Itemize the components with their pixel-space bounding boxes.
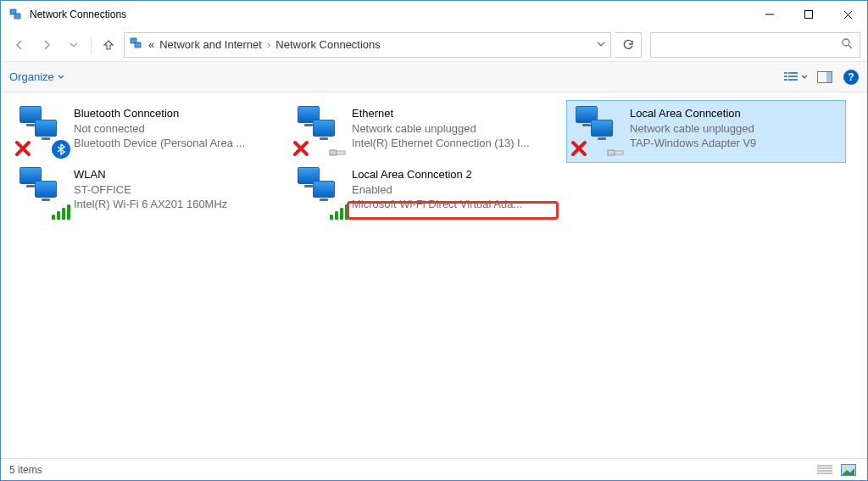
help-button[interactable]: ?	[843, 70, 859, 85]
adapter-icon	[294, 104, 345, 155]
svg-rect-15	[788, 79, 798, 81]
close-button[interactable]	[828, 1, 867, 28]
titlebar: Network Connections	[1, 1, 867, 28]
recent-dropdown[interactable]	[62, 33, 86, 57]
search-box[interactable]	[650, 32, 860, 58]
bluetooth-icon	[52, 140, 69, 157]
organize-menu[interactable]: Organize	[9, 70, 64, 83]
content-area: Bluetooth ConncetionNot connectedBluetoo…	[1, 92, 867, 458]
command-bar: Organize ?	[1, 62, 867, 92]
svg-point-33	[843, 467, 847, 470]
svg-point-8	[843, 39, 849, 46]
view-options-button[interactable]	[784, 67, 808, 87]
svg-rect-17	[826, 72, 832, 82]
adapter-icon	[572, 104, 623, 155]
svg-rect-22	[330, 150, 337, 155]
adapter-icon	[16, 104, 67, 155]
preview-pane-button[interactable]	[813, 67, 837, 87]
svg-rect-10	[784, 72, 787, 74]
connection-device: Microsoft Wi-Fi Direct Virtual Ada...	[352, 197, 555, 212]
wifi-signal-icon	[52, 201, 69, 218]
chevron-right-icon[interactable]: ›	[267, 38, 270, 51]
adapter-icon	[294, 165, 345, 216]
connection-name: Local Area Conncetion 2	[352, 167, 555, 182]
status-bar: 5 items	[1, 458, 867, 480]
svg-rect-3	[805, 11, 813, 19]
svg-rect-14	[784, 79, 787, 81]
svg-rect-23	[337, 151, 345, 154]
connection-device: TAP-Windows Adapter V9	[630, 136, 833, 151]
icons-view-button[interactable]	[838, 461, 859, 478]
connection-device: Intel(R) Wi-Fi 6 AX201 160MHz	[74, 197, 277, 212]
connection-item[interactable]: EthernetNetwork cable unpluggedIntel(R) …	[289, 101, 567, 162]
maximize-button[interactable]	[789, 1, 828, 28]
breadcrumb-prefix: «	[148, 38, 154, 51]
connection-name: Local Area Conncetion	[630, 106, 833, 121]
svg-rect-27	[615, 151, 623, 154]
connection-status: ST-OFFICE	[74, 182, 277, 198]
forward-button[interactable]	[35, 33, 58, 57]
connection-status: Not connected	[74, 121, 277, 137]
chevron-down-icon	[801, 74, 808, 81]
window-title: Network Connections	[30, 8, 126, 20]
window-icon	[9, 8, 23, 21]
minimize-button[interactable]	[750, 1, 789, 28]
item-count: 5 items	[9, 464, 42, 476]
adapter-icon	[16, 165, 67, 216]
back-button[interactable]	[8, 33, 31, 57]
svg-rect-7	[135, 42, 141, 48]
connection-status: Network cable unplugged	[630, 121, 833, 137]
up-button[interactable]	[97, 33, 120, 57]
refresh-button[interactable]	[615, 32, 642, 58]
breadcrumb-part-1[interactable]: Network and Internet	[159, 38, 262, 51]
connection-device: Intel(R) Ethernet Connection (13) I...	[352, 136, 555, 151]
connection-item[interactable]: Local Area Conncetion 2EnabledMicrosoft …	[289, 162, 567, 223]
svg-rect-1	[14, 14, 20, 19]
wifi-signal-icon	[330, 201, 347, 218]
connection-item[interactable]: WLANST-OFFICEIntel(R) Wi-Fi 6 AX201 160M…	[11, 162, 289, 223]
cable-icon	[330, 140, 347, 157]
organize-label: Organize	[9, 70, 54, 83]
connection-item[interactable]: Local Area ConncetionNetwork cable unplu…	[567, 101, 845, 162]
connection-item[interactable]: Bluetooth ConncetionNot connectedBluetoo…	[11, 101, 289, 162]
connection-name: Ethernet	[352, 106, 555, 121]
connection-name: WLAN	[74, 167, 277, 182]
chevron-down-icon	[58, 74, 64, 81]
error-x-icon	[570, 140, 587, 157]
error-x-icon	[292, 140, 309, 157]
svg-rect-13	[788, 76, 798, 77]
navbar: « Network and Internet › Network Connect…	[1, 28, 867, 62]
address-dropdown-icon[interactable]	[597, 38, 605, 51]
svg-rect-26	[608, 150, 615, 155]
svg-line-9	[849, 45, 852, 48]
address-bar[interactable]: « Network and Internet › Network Connect…	[124, 32, 611, 58]
connection-status: Network cable unplugged	[352, 121, 555, 137]
cable-icon	[608, 140, 625, 157]
svg-rect-11	[788, 72, 798, 74]
error-x-icon	[14, 140, 31, 157]
breadcrumb-part-2[interactable]: Network Connections	[275, 38, 381, 51]
connection-device: Bluetooth Device (Personal Area ...	[74, 136, 277, 151]
breadcrumb-icon	[130, 36, 143, 53]
svg-rect-12	[784, 76, 787, 77]
connection-name: Bluetooth Conncetion	[74, 106, 277, 121]
details-view-button[interactable]	[815, 461, 835, 478]
connections-grid: Bluetooth ConncetionNot connectedBluetoo…	[11, 101, 857, 223]
connection-status: Enabled	[352, 182, 555, 198]
search-icon	[841, 37, 853, 53]
